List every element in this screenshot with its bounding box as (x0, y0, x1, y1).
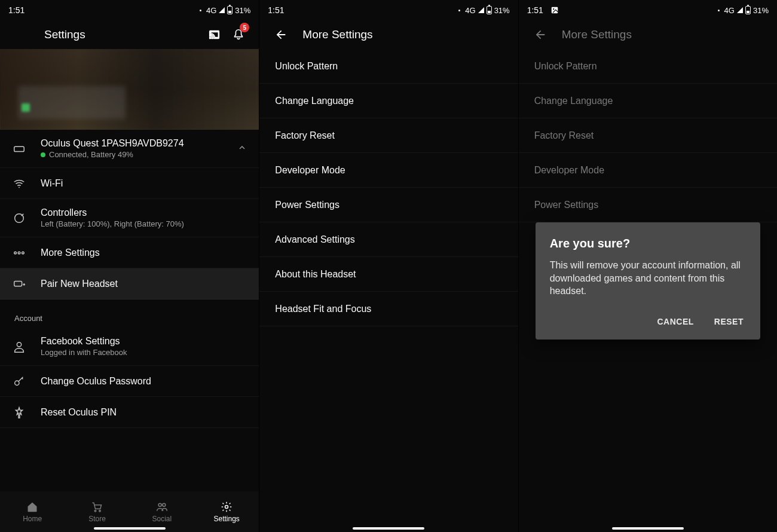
svg-rect-15 (552, 7, 558, 14)
row-label: Facebook Settings (41, 336, 247, 347)
notification-badge: 5 (240, 23, 249, 32)
page-title: More Settings (562, 28, 632, 41)
row-factory-reset[interactable]: Factory Reset (259, 118, 518, 153)
connected-dot-icon (41, 152, 45, 157)
more-settings-list: Unlock Pattern Change Language Factory R… (259, 49, 518, 326)
row-label: More Settings (41, 247, 247, 258)
pair-headset-icon (12, 277, 26, 291)
home-indicator[interactable] (353, 527, 424, 530)
svg-point-14 (225, 506, 228, 509)
status-dot-icon (718, 10, 720, 11)
status-dot-icon (200, 10, 201, 11)
more-settings-list-dimmed: Unlock Pattern Change Language Factory R… (519, 49, 777, 222)
screen-more-settings-dialog: 1:51 4G 31% More Settings Unlock Pattern… (518, 0, 777, 532)
gear-icon (220, 500, 233, 513)
status-battery: 31% (235, 6, 250, 15)
svg-rect-0 (14, 146, 25, 151)
nav-social[interactable]: Social (130, 491, 194, 532)
page-title: More Settings (302, 28, 372, 41)
battery-icon (745, 6, 751, 14)
chevron-up-icon (237, 143, 247, 155)
status-bar: 1:51 4G 31% (0, 0, 259, 20)
row-controllers[interactable]: Controllers Left (Battery: 100%), Right … (0, 199, 259, 237)
key-icon (12, 375, 26, 388)
svg-point-5 (22, 252, 25, 254)
app-header: Settings 5 (0, 20, 259, 49)
row-power-settings: Power Settings (519, 188, 777, 222)
dialog-body: This will remove your account informatio… (550, 259, 746, 298)
row-label: Wi-Fi (41, 178, 247, 189)
home-indicator[interactable] (612, 527, 684, 530)
row-change-language[interactable]: Change Language (259, 84, 518, 118)
status-network: 4G (724, 6, 735, 15)
row-more-settings[interactable]: More Settings (0, 237, 259, 268)
device-name: Oculus Quest 1PASH9AVDB9274 (41, 138, 223, 149)
row-sublabel: Left (Battery: 100%), Right (Battery: 70… (41, 219, 247, 228)
nav-store[interactable]: Store (65, 491, 129, 532)
svg-point-13 (163, 503, 166, 506)
svg-point-4 (18, 252, 20, 254)
person-icon (12, 340, 26, 353)
controller-icon (12, 212, 26, 225)
row-developer-mode[interactable]: Developer Mode (259, 153, 518, 188)
status-time: 1:51 (268, 5, 284, 15)
row-headset-fit[interactable]: Headset Fit and Focus (259, 292, 518, 326)
row-unlock-pattern: Unlock Pattern (519, 49, 777, 84)
cart-icon (90, 500, 103, 513)
status-battery: 31% (494, 6, 510, 15)
bottom-nav: Home Store Social Settings (0, 491, 259, 532)
signal-icon (478, 7, 484, 13)
back-icon[interactable] (533, 23, 547, 47)
cast-icon[interactable] (203, 23, 227, 47)
row-label: Pair New Headset (41, 279, 247, 289)
page-title: Settings (44, 28, 85, 41)
svg-point-1 (19, 186, 20, 188)
svg-point-3 (14, 252, 17, 254)
row-label: Reset Oculus PIN (41, 407, 247, 418)
screen-settings: 1:51 4G 31% Settings 5 Oculus Quest 1PAS… (0, 0, 259, 532)
confirm-dialog: Are you sure? This will remove your acco… (536, 222, 760, 340)
status-battery: 31% (753, 6, 769, 15)
row-change-language: Change Language (519, 84, 777, 118)
row-advanced-settings[interactable]: Advanced Settings (259, 222, 518, 257)
section-account: Account (0, 299, 259, 328)
people-icon (155, 500, 169, 513)
back-icon[interactable] (274, 23, 288, 47)
dialog-title: Are you sure? (550, 237, 746, 250)
nav-home[interactable]: Home (0, 491, 65, 532)
headset-icon (12, 142, 26, 155)
device-row[interactable]: Oculus Quest 1PASH9AVDB9274 Connected, B… (0, 130, 259, 168)
row-label: Change Oculus Password (41, 376, 247, 387)
status-time: 1:51 (527, 5, 543, 15)
status-time: 1:51 (8, 5, 25, 15)
row-factory-reset: Factory Reset (519, 118, 777, 153)
signal-icon (737, 7, 743, 13)
svg-rect-6 (14, 281, 22, 286)
wifi-icon (12, 177, 26, 190)
row-about-headset[interactable]: About this Headset (259, 257, 518, 292)
row-facebook-settings[interactable]: Facebook Settings Logged in with Faceboo… (0, 328, 259, 366)
notifications-icon[interactable]: 5 (227, 23, 250, 47)
svg-point-11 (99, 510, 101, 512)
row-change-password[interactable]: Change Oculus Password (0, 366, 259, 397)
device-status: Connected, Battery 49% (41, 150, 223, 159)
home-indicator[interactable] (94, 527, 166, 530)
row-label: Controllers (41, 207, 247, 218)
row-wifi[interactable]: Wi-Fi (0, 168, 259, 199)
nav-settings[interactable]: Settings (194, 491, 259, 532)
row-unlock-pattern[interactable]: Unlock Pattern (259, 49, 518, 84)
svg-point-8 (15, 381, 19, 385)
app-header: More Settings (259, 20, 518, 49)
reset-button[interactable]: RESET (712, 312, 746, 331)
headset-hero-image (0, 49, 259, 130)
status-network: 4G (206, 6, 216, 15)
row-developer-mode: Developer Mode (519, 153, 777, 188)
home-icon (26, 500, 39, 513)
cancel-button[interactable]: CANCEL (654, 312, 696, 331)
pin-icon (12, 406, 26, 419)
status-bar: 1:51 4G 31% (259, 0, 518, 20)
row-reset-pin[interactable]: Reset Oculus PIN (0, 397, 259, 428)
row-pair-headset[interactable]: Pair New Headset (0, 268, 259, 299)
row-power-settings[interactable]: Power Settings (259, 188, 518, 222)
svg-point-10 (95, 510, 97, 512)
